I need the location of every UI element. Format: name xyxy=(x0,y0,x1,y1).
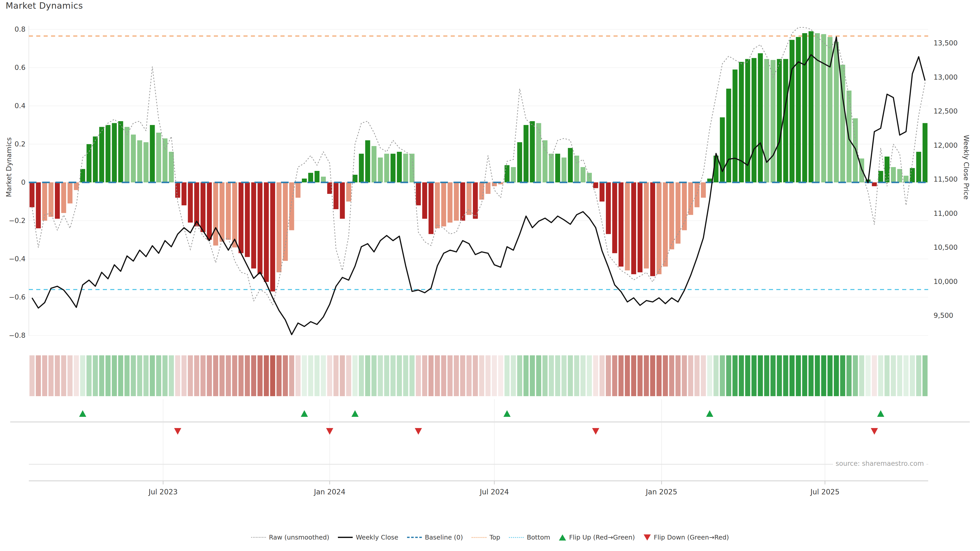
flip-down-marker xyxy=(326,428,333,435)
dynamics-bar xyxy=(593,183,598,188)
heatmap-cell xyxy=(277,355,282,396)
heatmap-cell xyxy=(409,355,414,396)
heatmap-cell xyxy=(435,355,440,396)
heatmap-cell xyxy=(897,355,902,396)
legend-swatch-baseline xyxy=(407,537,422,538)
legend-item-baseline: Baseline (0) xyxy=(407,534,463,541)
heatmap-cell xyxy=(74,355,79,396)
heatmap-cell xyxy=(739,355,744,396)
legend-item-raw: Raw (unsmoothed) xyxy=(251,534,329,541)
heatmap-cell xyxy=(656,355,662,396)
heatmap-cell xyxy=(745,355,750,396)
heatmap-cell xyxy=(644,355,649,396)
flip-down-icon xyxy=(644,534,651,540)
heatmap-cell xyxy=(314,355,320,396)
heatmap-cell xyxy=(663,355,668,396)
dynamics-bar xyxy=(143,142,148,183)
heatmap-cell xyxy=(568,355,573,396)
dynamics-bar xyxy=(378,158,383,183)
heatmap-cell xyxy=(150,355,155,396)
dynamics-bar xyxy=(511,167,516,183)
heatmap-cell xyxy=(618,355,624,396)
heatmap-cell xyxy=(714,355,719,396)
dynamics-bar xyxy=(872,183,877,186)
dynamics-bar xyxy=(732,70,737,183)
heatmap-cell xyxy=(827,355,832,396)
dynamics-bar xyxy=(916,152,921,183)
heatmap-cell xyxy=(593,355,598,396)
legend-label: Flip Down (Green→Red) xyxy=(654,534,729,541)
dynamics-bar xyxy=(428,183,433,234)
dynamics-bar xyxy=(308,173,313,183)
heatmap-cell xyxy=(460,355,465,396)
legend-item-top: Top xyxy=(472,534,500,541)
dynamics-bar xyxy=(581,167,585,183)
heatmap-cell xyxy=(258,355,262,396)
heatmap-cell xyxy=(207,355,212,396)
heatmap-cell xyxy=(638,355,643,396)
heatmap-cell xyxy=(853,355,858,396)
dynamics-bar xyxy=(904,176,908,183)
dynamics-bar xyxy=(314,171,319,183)
heatmap-cell xyxy=(587,355,592,396)
heatmap-cell xyxy=(200,355,206,396)
dynamics-bar xyxy=(207,183,212,240)
left-tick-label: −0.6 xyxy=(9,293,25,301)
dynamics-bar xyxy=(726,89,731,183)
dynamics-bar xyxy=(99,127,104,183)
dynamics-bar xyxy=(137,140,142,183)
dynamics-bar xyxy=(701,183,706,198)
dynamics-bar xyxy=(657,183,662,274)
heatmap-cell xyxy=(770,355,776,396)
heatmap-cell xyxy=(549,355,554,396)
heatmap-cell xyxy=(726,355,731,396)
heatmap-cell xyxy=(175,355,180,396)
heatmap-cell xyxy=(840,355,845,396)
dynamics-bar xyxy=(397,152,402,183)
left-tick-label: −0.8 xyxy=(9,331,25,339)
heatmap-cell xyxy=(650,355,655,396)
dynamics-bar xyxy=(422,183,427,219)
heatmap-cell xyxy=(454,355,459,396)
dynamics-bar xyxy=(334,183,339,209)
left-tick-label: 0.2 xyxy=(14,140,25,148)
legend-swatch-close xyxy=(338,537,353,538)
heatmap-cell xyxy=(536,355,541,396)
dynamics-bar xyxy=(340,183,345,219)
dynamics-bar xyxy=(650,183,655,276)
dynamics-bar xyxy=(688,183,693,215)
dynamics-bar xyxy=(568,148,573,183)
dynamics-bar xyxy=(479,183,484,200)
dynamics-bar xyxy=(644,183,649,268)
heatmap-cell xyxy=(239,355,243,396)
heatmap-cell xyxy=(846,355,852,396)
dynamics-bar xyxy=(821,34,826,183)
dynamics-bar xyxy=(270,183,275,292)
dynamics-bar xyxy=(910,168,915,183)
heatmap-cell xyxy=(226,355,231,396)
heatmap-cell xyxy=(859,355,864,396)
dynamics-bar xyxy=(523,125,528,183)
heatmap-cell xyxy=(479,355,484,396)
dynamics-bar xyxy=(720,118,725,183)
dynamics-bar xyxy=(86,144,91,183)
heatmap-cell xyxy=(143,355,148,396)
heatmap-cell xyxy=(61,355,66,396)
dynamics-bar xyxy=(885,157,889,183)
heatmap-cell xyxy=(29,355,35,396)
heatmap-cell xyxy=(340,355,345,396)
dynamics-bar xyxy=(258,183,262,274)
heatmap-cell xyxy=(169,355,174,396)
legend-label: Flip Up (Red→Green) xyxy=(569,534,635,541)
heatmap-cell xyxy=(36,355,41,396)
dynamics-bar xyxy=(384,154,389,183)
dynamics-bar xyxy=(68,183,73,203)
legend-swatch-raw xyxy=(251,537,266,538)
legend-swatch-bottom xyxy=(509,537,524,538)
legend-label: Weekly Close xyxy=(356,534,398,541)
dynamics-bar xyxy=(175,183,180,198)
dynamics-bar xyxy=(669,183,674,249)
heatmap-cell xyxy=(403,355,408,396)
dynamics-bar xyxy=(752,58,756,183)
heatmap-cell xyxy=(694,355,700,396)
